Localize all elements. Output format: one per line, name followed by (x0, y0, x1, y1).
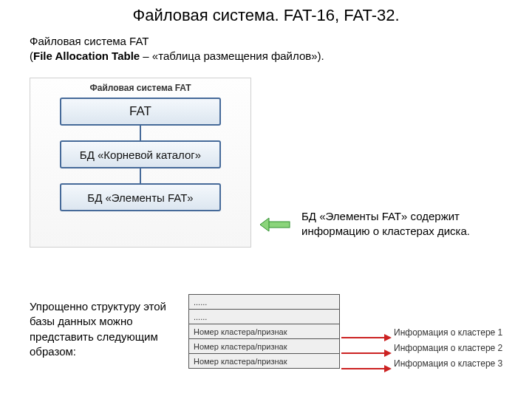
red-arrow-icon (341, 362, 392, 375)
svg-marker-7 (384, 365, 392, 372)
intro-bold: File Allocation Table (33, 50, 140, 62)
connector-2 (140, 168, 141, 183)
page-title: Файловая система. FAT-16, FAT-32. (0, 0, 532, 25)
table-row: Номер кластера/признак (189, 353, 339, 368)
box-fat: FAT (60, 98, 221, 126)
fat-diagram-panel: Файловая система FAT FAT БД «Корневой ка… (30, 78, 251, 248)
info-row: Информация о кластере 1 (394, 325, 502, 341)
intro-rest: – «таблица размещения файлов»). (140, 50, 324, 62)
red-arrow-icon (341, 347, 392, 360)
red-arrow-icon (341, 331, 392, 344)
svg-marker-5 (384, 349, 392, 357)
intro-text: Файловая система FAT (File Allocation Ta… (30, 34, 532, 64)
table-row: Номер кластера/признак (189, 338, 339, 353)
side-description: БД «Элементы FAT» содержит информацию о … (301, 209, 508, 239)
table-row: ...... (189, 294, 339, 309)
structure-table: ...... ...... Номер кластера/признак Ном… (188, 294, 340, 369)
table-row: ...... (189, 309, 339, 324)
info-labels: Информация о кластере 1 Информация о кла… (394, 325, 502, 372)
bottom-left-text: Упрощенно структуру этой базы данных мож… (30, 299, 185, 359)
intro-line1: Файловая система FAT (30, 35, 149, 47)
table-row: Номер кластера/признак (189, 324, 339, 338)
diagram-header: Файловая система FAT (30, 83, 250, 93)
box-elements: БД «Элементы FAT» (60, 183, 221, 211)
connector-1 (140, 126, 141, 140)
info-row: Информация о кластере 2 (394, 341, 502, 356)
info-row: Информация о кластере 3 (394, 356, 502, 372)
box-root: БД «Корневой каталог» (60, 140, 221, 168)
svg-marker-1 (260, 218, 269, 231)
svg-rect-0 (267, 222, 290, 228)
green-arrow-icon (260, 216, 293, 233)
svg-marker-3 (384, 334, 392, 341)
